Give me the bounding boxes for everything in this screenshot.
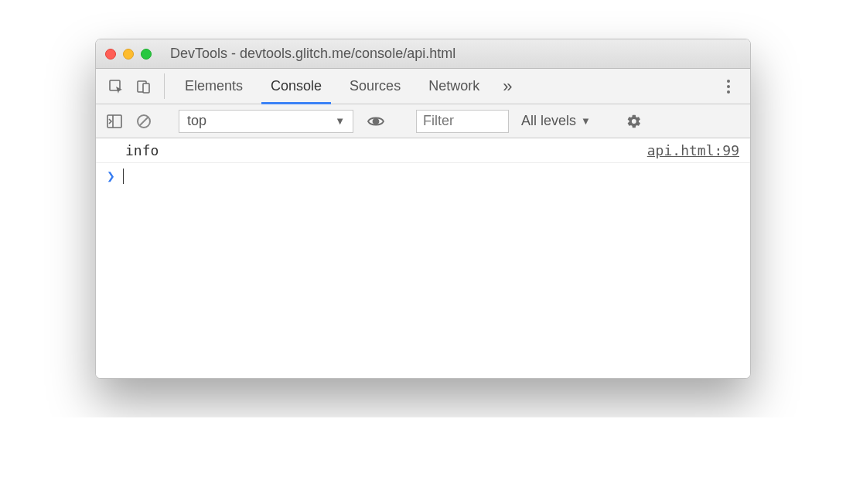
svg-rect-6 [107,115,121,128]
filter-input[interactable] [416,110,509,133]
text-cursor [123,169,125,184]
levels-value: All levels [521,113,576,129]
live-expression-icon[interactable] [363,114,389,128]
minimize-window-button[interactable] [123,49,134,60]
svg-point-4 [727,85,730,88]
console-prompt[interactable]: ❯ [96,163,750,189]
svg-line-9 [140,117,148,125]
log-levels-selector[interactable]: All levels ▼ [513,110,599,133]
clear-console-icon[interactable] [131,110,156,133]
title-bar: DevTools - devtools.glitch.me/console/ap… [96,39,750,69]
prompt-caret-icon: ❯ [107,168,115,184]
tab-elements[interactable]: Elements [171,69,257,104]
device-toolbar-icon[interactable] [130,69,158,104]
dropdown-icon: ▼ [581,115,591,127]
tab-sources[interactable]: Sources [336,69,414,104]
tabs: Elements Console Sources Network [171,69,493,104]
close-window-button[interactable] [105,49,116,60]
log-message: info [125,142,159,158]
console-log-row: info api.html:99 [96,138,750,163]
console-settings-icon[interactable] [621,114,647,129]
tab-network[interactable]: Network [414,69,493,104]
tabs-overflow-button[interactable]: » [493,69,521,104]
maximize-window-button[interactable] [141,49,152,60]
divider [164,73,165,99]
console-output: info api.html:99 ❯ [96,138,750,378]
svg-point-3 [727,80,730,83]
dropdown-icon: ▼ [335,115,345,127]
inspect-element-icon[interactable] [102,69,130,104]
log-source-link[interactable]: api.html:99 [647,142,739,158]
console-toolbar: top ▼ All levels ▼ [96,104,750,138]
tabs-bar: Elements Console Sources Network » [96,69,750,104]
svg-point-5 [727,90,730,94]
svg-point-10 [374,118,379,124]
window-title: DevTools - devtools.glitch.me/console/ap… [165,46,741,62]
svg-rect-2 [143,83,149,93]
tab-console[interactable]: Console [257,69,336,104]
traffic-lights [105,49,152,60]
toggle-console-sidebar-icon[interactable] [102,110,127,133]
execution-context-selector[interactable]: top ▼ [179,110,353,133]
context-value: top [187,113,206,129]
devtools-window: DevTools - devtools.glitch.me/console/ap… [95,39,751,379]
more-options-button[interactable] [713,69,744,104]
